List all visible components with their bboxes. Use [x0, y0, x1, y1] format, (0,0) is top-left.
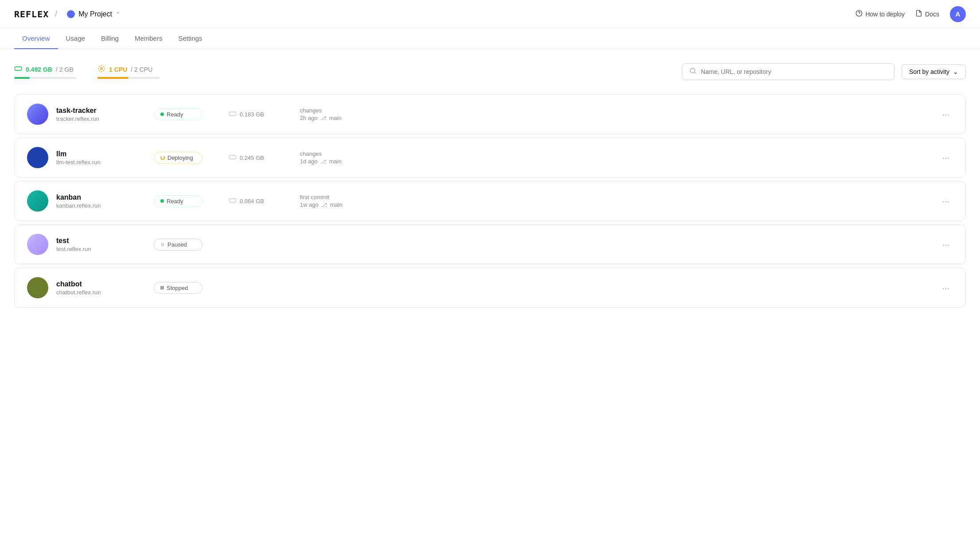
- app-memory: 0.064 GB: [229, 197, 282, 205]
- memory-icon: [14, 65, 22, 74]
- list-item[interactable]: test test.reflex.run ⏸ Paused ···: [14, 224, 966, 264]
- main-content: 0.492 GB / 2 GB 1 CPU / 2 CPU: [0, 49, 980, 322]
- header-left: REFLEX / My Project ⌃: [14, 8, 124, 20]
- memory-stat: 0.492 GB / 2 GB: [14, 65, 76, 79]
- svg-rect-6: [229, 112, 236, 116]
- question-circle-icon: [856, 10, 863, 18]
- more-menu-button[interactable]: ···: [938, 238, 953, 251]
- header: REFLEX / My Project ⌃ How to deploy Docs…: [0, 0, 980, 28]
- status-label: Stopped: [167, 285, 188, 291]
- document-icon: [915, 10, 922, 18]
- tab-settings[interactable]: Settings: [170, 28, 210, 49]
- docs-link[interactable]: Docs: [915, 10, 939, 18]
- app-info-task-tracker: task-tracker tracker.reflex.run: [56, 107, 136, 122]
- status-dot-icon: [160, 112, 164, 116]
- status-badge: Stopped: [154, 282, 202, 294]
- pause-icon: ⏸: [160, 242, 165, 247]
- time-value: 1d ago: [300, 158, 318, 165]
- app-info-llm: llm llm-test.reflex.run: [56, 150, 136, 166]
- branch-icon: ⎇: [320, 158, 327, 165]
- changes-time: 1w ago ⎇ main: [300, 201, 938, 208]
- app-name: chatbot: [56, 280, 136, 288]
- cpu-stat: 1 CPU / 2 CPU: [97, 65, 159, 79]
- cpu-icon: [97, 65, 105, 74]
- memory-value: 0.183 GB: [240, 111, 264, 118]
- docs-label: Docs: [925, 11, 939, 18]
- memory-chip-icon: [229, 197, 236, 205]
- app-memory: 0.245 GB: [229, 154, 282, 161]
- time-value: 1w ago: [300, 201, 319, 208]
- status-label: Deploying: [167, 154, 193, 161]
- more-menu-button[interactable]: ···: [938, 108, 953, 121]
- list-item[interactable]: task-tracker tracker.reflex.run Ready 0.…: [14, 94, 966, 134]
- stats-section: 0.492 GB / 2 GB 1 CPU / 2 CPU: [14, 65, 159, 79]
- nav-tabs: Overview Usage Billing Members Settings: [0, 28, 980, 49]
- tab-members[interactable]: Members: [127, 28, 171, 49]
- changes-time: 1d ago ⎇ main: [300, 158, 938, 165]
- avatar[interactable]: A: [950, 6, 966, 22]
- stopped-icon: [160, 286, 164, 290]
- status-label: Paused: [167, 241, 187, 248]
- app-info-kanban: kanban kanban.reflex.run: [56, 193, 136, 209]
- status-badge: Ready: [154, 108, 202, 120]
- list-item[interactable]: kanban kanban.reflex.run Ready 0.064 GB …: [14, 181, 966, 221]
- branch-icon: ⎇: [320, 115, 327, 121]
- status-label: Ready: [167, 111, 183, 118]
- app-name: llm: [56, 150, 136, 158]
- list-item[interactable]: llm llm-test.reflex.run Deploying 0.245 …: [14, 138, 966, 178]
- memory-progress-fill: [14, 77, 30, 79]
- sort-by-activity-button[interactable]: Sort by activity ⌄: [902, 64, 966, 79]
- status-badge: Ready: [154, 195, 202, 207]
- changes-label: changes: [300, 107, 938, 114]
- app-url: kanban.reflex.run: [56, 202, 136, 209]
- how-to-deploy-link[interactable]: How to deploy: [856, 10, 905, 18]
- app-url: chatbot.reflex.run: [56, 289, 136, 296]
- tab-usage[interactable]: Usage: [58, 28, 93, 49]
- memory-stat-label: 0.492 GB / 2 GB: [14, 65, 76, 74]
- app-name: test: [56, 237, 136, 245]
- svg-rect-7: [229, 155, 236, 159]
- app-avatar-task-tracker: [27, 104, 48, 125]
- top-controls: 0.492 GB / 2 GB 1 CPU / 2 CPU: [14, 63, 966, 80]
- slash-divider: /: [55, 9, 57, 19]
- app-avatar-llm: [27, 147, 48, 168]
- cpu-used-value: 1 CPU: [109, 66, 127, 73]
- project-name: My Project: [78, 10, 112, 18]
- deploying-spinner-icon: [160, 155, 165, 160]
- app-name: kanban: [56, 193, 136, 201]
- more-menu-button[interactable]: ···: [938, 281, 953, 295]
- project-selector[interactable]: My Project ⌃: [63, 8, 124, 20]
- sort-label: Sort by activity: [909, 68, 949, 75]
- tab-billing[interactable]: Billing: [93, 28, 127, 49]
- memory-chip-icon: [229, 154, 236, 161]
- memory-total-value: / 2 GB: [56, 66, 74, 73]
- tab-overview[interactable]: Overview: [14, 28, 58, 49]
- project-dot-icon: [67, 10, 75, 18]
- app-list: task-tracker tracker.reflex.run Ready 0.…: [14, 94, 966, 308]
- status-badge: ⏸ Paused: [154, 239, 202, 251]
- more-menu-button[interactable]: ···: [938, 194, 953, 208]
- status-dot-icon: [160, 199, 164, 203]
- how-to-deploy-label: How to deploy: [865, 11, 905, 18]
- app-url: test.reflex.run: [56, 246, 136, 252]
- memory-used-value: 0.492 GB: [26, 66, 52, 73]
- changes-label: changes: [300, 151, 938, 157]
- search-box[interactable]: [682, 63, 894, 80]
- more-menu-button[interactable]: ···: [938, 151, 953, 165]
- status-badge: Deploying: [154, 152, 202, 164]
- app-avatar-kanban: [27, 190, 48, 212]
- list-item[interactable]: chatbot chatbot.reflex.run Stopped ···: [14, 268, 966, 308]
- branch-value: main: [329, 115, 342, 121]
- app-info-test: test test.reflex.run: [56, 237, 136, 252]
- controls-row: Sort by activity ⌄: [170, 63, 966, 80]
- memory-chip-icon: [229, 111, 236, 118]
- app-avatar-test: [27, 234, 48, 255]
- status-label: Ready: [167, 198, 183, 205]
- cpu-stat-label: 1 CPU / 2 CPU: [97, 65, 159, 74]
- app-changes: first commit 1w ago ⎇ main: [300, 194, 938, 208]
- app-avatar-chatbot: [27, 277, 48, 298]
- chevron-down-icon: ⌃: [116, 11, 120, 17]
- search-input[interactable]: [701, 68, 887, 75]
- app-changes: changes 2h ago ⎇ main: [300, 107, 938, 121]
- branch-value: main: [329, 158, 342, 165]
